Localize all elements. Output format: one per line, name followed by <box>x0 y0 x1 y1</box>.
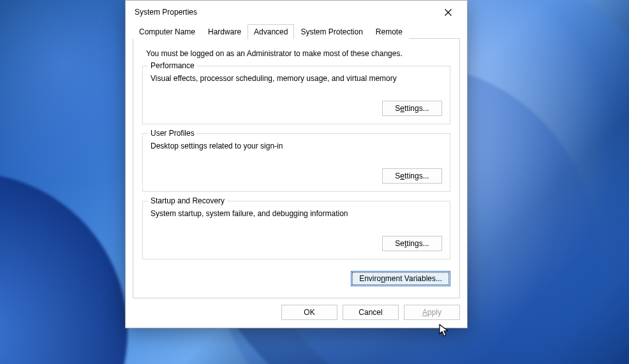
group-performance-legend: Performance <box>148 61 197 70</box>
group-performance: Performance Visual effects, processor sc… <box>142 66 450 124</box>
performance-settings-button[interactable]: Settings... <box>382 101 442 116</box>
admin-notice: You must be logged on as an Administrato… <box>146 49 450 58</box>
group-startup-recovery-desc: System startup, system failure, and debu… <box>151 209 442 218</box>
group-performance-desc: Visual effects, processor scheduling, me… <box>151 74 442 83</box>
close-icon <box>445 9 452 16</box>
group-user-profiles-desc: Desktop settings related to your sign-in <box>151 142 442 150</box>
group-startup-recovery-legend: Startup and Recovery <box>148 196 227 205</box>
group-startup-recovery: Startup and Recovery System startup, sys… <box>142 201 450 259</box>
tab-remote[interactable]: Remote <box>369 24 409 39</box>
dialog-button-bar: OK Cancel Apply <box>126 298 467 328</box>
window-title: System Properties <box>135 8 197 17</box>
tab-hardware[interactable]: Hardware <box>202 24 248 39</box>
system-properties-dialog: System Properties Computer Name Hardware… <box>125 0 468 328</box>
tab-panel-advanced: You must be logged on as an Administrato… <box>133 38 460 298</box>
environment-variables-button[interactable]: Environment Variables... <box>351 271 450 286</box>
startup-recovery-settings-button[interactable]: Settings... <box>382 236 442 251</box>
tab-system-protection[interactable]: System Protection <box>294 24 369 39</box>
tab-advanced[interactable]: Advanced <box>248 24 294 39</box>
tabstrip: Computer Name Hardware Advanced System P… <box>133 24 460 39</box>
apply-button[interactable]: Apply <box>404 305 460 320</box>
group-user-profiles: User Profiles Desktop settings related t… <box>142 133 450 192</box>
ok-button[interactable]: OK <box>281 305 337 320</box>
group-user-profiles-legend: User Profiles <box>148 129 197 138</box>
close-button[interactable] <box>434 3 462 22</box>
user-profiles-settings-button[interactable]: Settings... <box>382 168 442 184</box>
tab-computer-name[interactable]: Computer Name <box>133 24 202 39</box>
cancel-button[interactable]: Cancel <box>343 305 399 320</box>
titlebar[interactable]: System Properties <box>126 1 467 24</box>
